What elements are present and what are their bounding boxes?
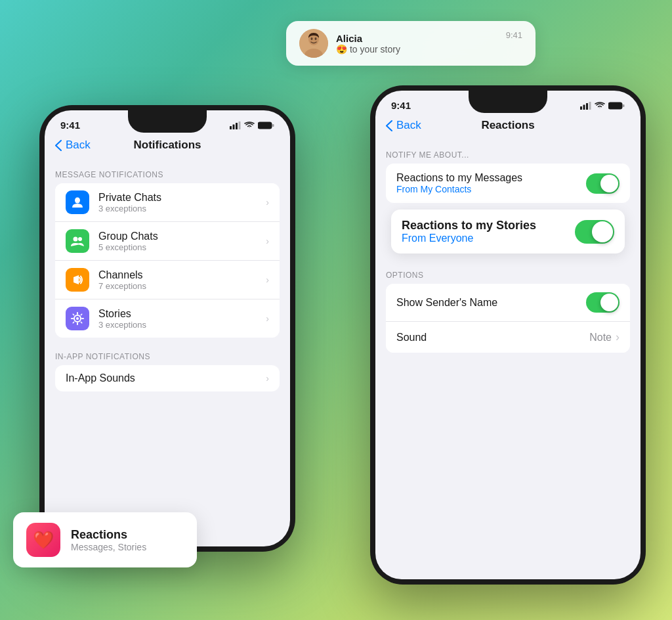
- reactions-messages-text: Reactions to my Messages From My Contact…: [396, 172, 586, 194]
- stories-subtitle: 3 exceptions: [98, 320, 257, 330]
- sound-chevron: ›: [616, 330, 620, 344]
- svg-rect-5: [230, 126, 232, 129]
- notification-content: Alicia 😍 to your story: [336, 33, 498, 55]
- group-chats-chevron: ›: [266, 236, 269, 246]
- reactions-card-icon: ❤️: [26, 523, 60, 557]
- phone-left: 9:41: [39, 105, 295, 552]
- svg-rect-10: [259, 123, 269, 128]
- inapp-sounds-chevron: ›: [266, 373, 269, 384]
- group-chats-title: Group Chats: [98, 231, 257, 242]
- nav-bar-left: Back Notifications: [45, 133, 290, 160]
- reactions-messages-title: Reactions to my Messages: [396, 172, 586, 184]
- toggle-thumb: [600, 175, 618, 192]
- sound-text: Sound: [396, 332, 589, 343]
- reactions-stories-card[interactable]: Reactions to my Stories From Everyone: [391, 210, 625, 254]
- group-chats-text: Group Chats 5 exceptions: [98, 231, 257, 252]
- notification-time: 9:41: [506, 29, 522, 40]
- section-message-header: MESSAGE NOTIFICATIONS: [45, 160, 290, 183]
- svg-rect-22: [609, 103, 620, 108]
- channels-text: Channels 7 exceptions: [98, 269, 257, 291]
- status-time-left: 9:41: [60, 120, 80, 131]
- channels-subtitle: 7 exceptions: [98, 281, 257, 291]
- phone-left-screen: 9:41: [45, 110, 290, 546]
- sound-item[interactable]: Sound Note ›: [386, 322, 630, 353]
- channels-chevron: ›: [266, 275, 269, 285]
- reactions-stories-toggle[interactable]: [575, 220, 614, 244]
- phone-right-screen: 9:41: [375, 91, 640, 579]
- group-chats-item[interactable]: Group Chats 5 exceptions ›: [55, 222, 280, 261]
- status-time-right: 9:41: [391, 100, 411, 111]
- reactions-stories-text: Reactions to my Stories From Everyone: [402, 219, 575, 244]
- svg-rect-18: [583, 104, 585, 110]
- private-chats-item[interactable]: Private Chats 3 exceptions ›: [55, 183, 280, 222]
- inapp-group: In-App Sounds ›: [55, 365, 280, 391]
- stories-icon: [66, 307, 89, 330]
- svg-rect-7: [236, 123, 238, 129]
- reactions-card-title: Reactions: [71, 528, 146, 542]
- svg-rect-20: [589, 102, 591, 110]
- svg-point-4: [315, 37, 317, 40]
- reactions-card-text: Reactions Messages, Stories: [71, 528, 146, 552]
- reactions-messages-toggle[interactable]: [586, 173, 620, 194]
- sender-toggle-thumb: [600, 294, 618, 311]
- notify-group: Reactions to my Messages From My Contact…: [386, 164, 630, 203]
- show-sender-name-item[interactable]: Show Sender's Name: [386, 284, 630, 322]
- message-notifications-group: Private Chats 3 exceptions › Group Chats: [55, 183, 280, 338]
- notify-section-header: NOTIFY ME ABOUT...: [375, 140, 640, 164]
- group-chats-subtitle: 5 exceptions: [98, 242, 257, 252]
- private-chats-title: Private Chats: [98, 192, 257, 204]
- svg-rect-17: [580, 106, 582, 110]
- svg-rect-8: [239, 122, 241, 129]
- stories-title: Stories: [98, 308, 257, 320]
- phone-left-notch: [128, 110, 207, 133]
- options-group: Show Sender's Name Sound Note ›: [386, 284, 630, 353]
- sound-right: Note ›: [589, 330, 620, 344]
- svg-point-16: [76, 317, 79, 320]
- nav-bar-right: Back Reactions: [375, 114, 640, 140]
- channels-title: Channels: [98, 269, 257, 281]
- private-chats-subtitle: 3 exceptions: [98, 204, 257, 213]
- nav-title-right: Reactions: [481, 119, 534, 132]
- svg-rect-19: [586, 103, 588, 110]
- inapp-sounds-item[interactable]: In-App Sounds ›: [55, 365, 280, 391]
- inapp-sounds-title: In-App Sounds: [66, 372, 257, 384]
- nav-title-left: Notifications: [134, 139, 201, 152]
- options-section-header: OPTIONS: [375, 260, 640, 284]
- stories-text: Stories 3 exceptions: [98, 308, 257, 330]
- back-label-right: Back: [396, 119, 421, 132]
- reactions-card-subtitle: Messages, Stories: [71, 542, 146, 552]
- phone-right: 9:41: [370, 85, 646, 585]
- stories-chevron: ›: [266, 313, 269, 324]
- reactions-floating-card[interactable]: ❤️ Reactions Messages, Stories: [13, 512, 197, 567]
- show-sender-name-toggle[interactable]: [586, 292, 620, 313]
- svg-point-3: [311, 37, 313, 40]
- reactions-stories-title: Reactions to my Stories: [402, 219, 575, 232]
- reactions-messages-subtitle: From My Contacts: [396, 184, 586, 194]
- svg-point-13: [74, 237, 78, 242]
- reactions-messages-item[interactable]: Reactions to my Messages From My Contact…: [386, 164, 630, 203]
- stories-toggle-thumb: [592, 221, 613, 242]
- notification-banner[interactable]: Alicia 😍 to your story 9:41: [286, 21, 536, 66]
- status-icons-right: [580, 102, 625, 110]
- back-label-left: Back: [66, 139, 91, 152]
- private-chats-icon: [66, 190, 89, 214]
- svg-rect-6: [233, 124, 235, 129]
- phone-right-notch: [469, 91, 547, 113]
- channels-item[interactable]: Channels 7 exceptions ›: [55, 261, 280, 299]
- back-button-left[interactable]: Back: [55, 139, 91, 152]
- sound-title: Sound: [396, 332, 589, 343]
- notification-avatar: [299, 29, 328, 58]
- private-chats-text: Private Chats 3 exceptions: [98, 192, 257, 213]
- stories-item[interactable]: Stories 3 exceptions ›: [55, 299, 280, 338]
- back-button-right[interactable]: Back: [386, 119, 421, 132]
- status-icons-left: [230, 122, 274, 129]
- stories-card-wrapper: Reactions to my Stories From Everyone: [375, 210, 640, 254]
- svg-point-12: [75, 198, 80, 204]
- show-sender-name-title: Show Sender's Name: [396, 297, 586, 309]
- group-chats-icon: [66, 229, 89, 253]
- notification-message: 😍 to your story: [336, 44, 498, 55]
- reactions-stories-subtitle: From Everyone: [402, 232, 575, 244]
- channels-icon: [66, 268, 89, 292]
- svg-rect-23: [623, 104, 625, 107]
- svg-point-14: [78, 237, 82, 241]
